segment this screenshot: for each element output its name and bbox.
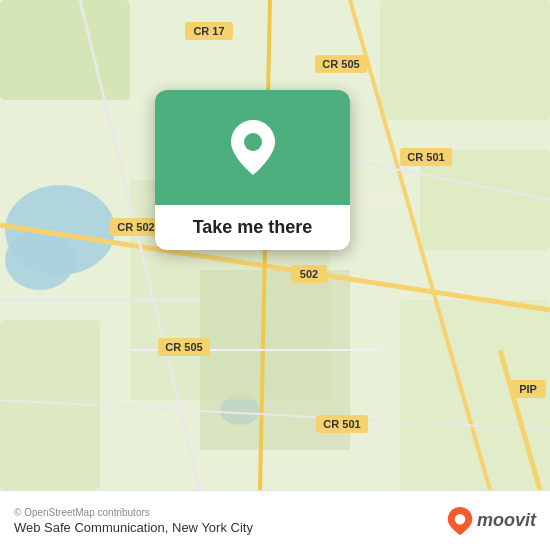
moovit-label: moovit bbox=[477, 510, 536, 531]
popup-map-area bbox=[155, 90, 350, 205]
location-name: Web Safe Communication, New York City bbox=[14, 520, 436, 535]
popup-card[interactable]: Take me there bbox=[155, 90, 350, 250]
map-container: CR 17 CR 505 CR 501 CR 502 502 CR 505 CR… bbox=[0, 0, 550, 490]
svg-text:CR 502: CR 502 bbox=[117, 221, 154, 233]
svg-point-37 bbox=[244, 133, 262, 151]
svg-text:CR 501: CR 501 bbox=[323, 418, 360, 430]
svg-text:CR 505: CR 505 bbox=[165, 341, 202, 353]
svg-text:PIP: PIP bbox=[519, 383, 537, 395]
svg-rect-5 bbox=[380, 0, 550, 120]
svg-text:CR 17: CR 17 bbox=[193, 25, 224, 37]
svg-text:CR 505: CR 505 bbox=[322, 58, 359, 70]
copyright-text: © OpenStreetMap contributors bbox=[14, 507, 436, 518]
svg-text:502: 502 bbox=[300, 268, 318, 280]
bottom-bar: © OpenStreetMap contributors Web Safe Co… bbox=[0, 490, 550, 550]
svg-point-2 bbox=[5, 230, 75, 290]
location-pin-icon bbox=[231, 120, 275, 175]
popup-label[interactable]: Take me there bbox=[155, 205, 350, 250]
moovit-logo: moovit bbox=[446, 507, 536, 535]
moovit-pin-icon bbox=[446, 507, 474, 535]
svg-text:CR 501: CR 501 bbox=[407, 151, 444, 163]
svg-rect-4 bbox=[0, 0, 130, 100]
svg-point-38 bbox=[455, 514, 466, 525]
